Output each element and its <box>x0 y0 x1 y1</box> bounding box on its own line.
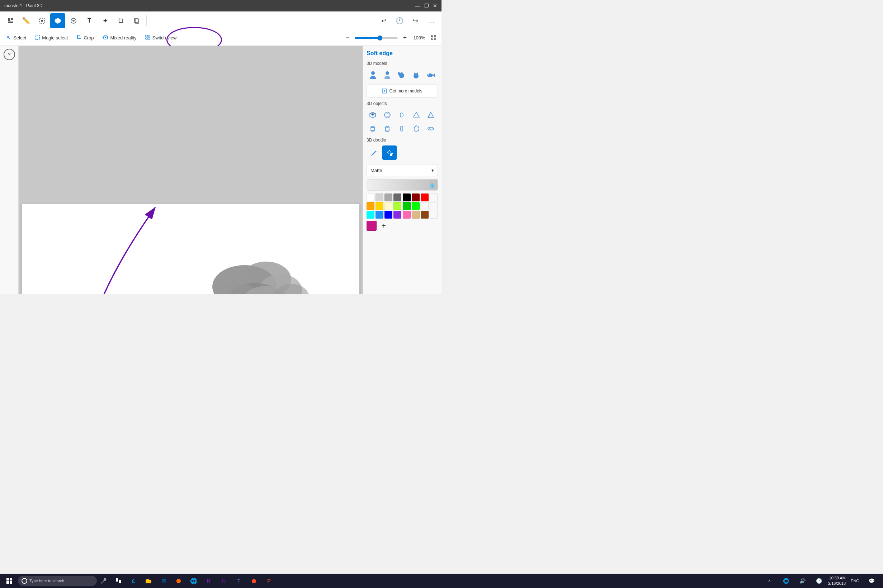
color-brown[interactable] <box>421 211 429 219</box>
svg-point-4 <box>41 20 43 22</box>
material-dropdown[interactable]: Matte ▾ <box>367 164 438 176</box>
crop-subtool-button[interactable]: Crop <box>73 32 97 44</box>
model-cat-button[interactable] <box>409 69 423 82</box>
subtoolbar: ↖ Select Magic select Crop Mixed reality… <box>0 30 441 46</box>
eyedropper-button[interactable]: 💧 <box>427 181 436 189</box>
get-more-label: Get more models <box>389 88 422 93</box>
file-menu-button[interactable] <box>3 13 18 28</box>
color-lightyellow[interactable] <box>385 202 393 210</box>
zoom-slider[interactable] <box>355 37 398 39</box>
color-empty3 <box>430 202 438 210</box>
color-green[interactable] <box>403 202 411 210</box>
crop-sub-icon <box>77 35 81 41</box>
more-options-button[interactable]: … <box>424 13 439 28</box>
color-lightgray[interactable] <box>376 194 384 201</box>
color-preview[interactable]: 💧 <box>367 179 438 190</box>
color-dodgerblue[interactable] <box>376 211 384 219</box>
canvas <box>22 204 360 294</box>
obj-blob-button[interactable] <box>410 123 423 135</box>
models-section-label: 3D models <box>367 61 438 66</box>
doodle-pen-button[interactable] <box>367 146 381 160</box>
effects-button[interactable]: ✦ <box>98 13 113 28</box>
color-cyan[interactable] <box>367 211 375 219</box>
3d-shapes-button[interactable] <box>50 13 65 28</box>
color-red[interactable] <box>421 194 429 201</box>
model-person2-button[interactable] <box>381 69 394 82</box>
svg-rect-19 <box>434 38 436 39</box>
close-button[interactable]: ✕ <box>432 2 439 9</box>
material-label: Matte <box>370 168 382 173</box>
color-orange[interactable] <box>367 202 375 210</box>
redo-button[interactable]: ↪ <box>408 13 423 28</box>
svg-rect-0 <box>8 18 10 21</box>
obj-sphere-button[interactable] <box>381 109 393 121</box>
add-color-button[interactable]: + <box>379 222 388 230</box>
model-fish-button[interactable] <box>424 69 437 82</box>
svg-point-82 <box>388 153 389 154</box>
model-person1-button[interactable] <box>367 69 379 82</box>
obj-hollow-cylinder-button[interactable] <box>381 123 393 135</box>
svg-rect-13 <box>148 35 150 37</box>
minimize-button[interactable]: — <box>414 2 421 9</box>
model-dog-button[interactable] <box>395 69 408 82</box>
color-darkred[interactable] <box>412 194 420 201</box>
obj-cylinder-button[interactable] <box>367 123 379 135</box>
color-gold[interactable] <box>376 202 384 210</box>
color-black[interactable] <box>403 194 411 201</box>
main-toolbar: ✏️ T ✦ ↩ 🕐 ↪ … <box>0 12 441 30</box>
pencil-button[interactable]: ✏️ <box>19 13 34 28</box>
color-gray[interactable] <box>385 194 393 201</box>
doodle-spray-button[interactable] <box>382 146 397 160</box>
svg-point-65 <box>385 114 390 117</box>
panel-title: Soft edge <box>367 50 438 57</box>
history-button[interactable]: 🕐 <box>392 13 407 28</box>
select-button[interactable]: ↖ Select <box>3 32 30 44</box>
svg-point-72 <box>387 127 388 128</box>
paste-button[interactable] <box>129 13 144 28</box>
right-panel: Soft edge 3D models <box>363 46 441 294</box>
color-purple[interactable] <box>393 211 401 219</box>
obj-pyramid-button[interactable] <box>425 109 437 121</box>
magic-select-button[interactable] <box>35 13 50 28</box>
svg-marker-60 <box>417 72 418 74</box>
select-icon: ↖ <box>6 34 11 41</box>
zoom-in-button[interactable]: + <box>400 33 410 43</box>
color-darkgray[interactable] <box>393 194 401 201</box>
zoom-fit-button[interactable] <box>429 33 439 43</box>
magic-select-label: Magic select <box>42 35 68 40</box>
maximize-button[interactable]: ❐ <box>423 2 430 9</box>
color-white[interactable] <box>367 194 375 201</box>
color-blue[interactable] <box>385 211 393 219</box>
main-layout: ? <box>0 46 441 294</box>
color-chartreuse[interactable] <box>393 202 401 210</box>
crop-button[interactable] <box>113 13 128 28</box>
window-controls: — ❐ ✕ <box>414 2 439 9</box>
help-button[interactable]: ? <box>4 49 15 60</box>
custom-color-swatch[interactable] <box>367 221 377 231</box>
color-lime[interactable] <box>412 202 420 210</box>
obj-cone-button[interactable] <box>410 109 423 121</box>
obj-cube-button[interactable] <box>367 109 379 121</box>
objects-section-label: 3D objects <box>367 101 438 106</box>
zoom-slider-thumb <box>377 36 382 40</box>
svg-point-79 <box>389 150 390 151</box>
obj-tube-button[interactable] <box>396 123 408 135</box>
svg-rect-17 <box>434 35 436 36</box>
text-button[interactable]: T <box>82 13 97 28</box>
obj-torus-button[interactable] <box>425 123 437 135</box>
magic-select-subtool-button[interactable]: Magic select <box>31 32 71 44</box>
canvas-area[interactable] <box>19 46 363 294</box>
color-tan[interactable] <box>412 211 420 219</box>
svg-point-54 <box>385 71 389 75</box>
undo-button[interactable]: ↩ <box>376 13 391 28</box>
svg-point-62 <box>428 75 429 76</box>
svg-point-10 <box>103 36 105 38</box>
get-more-models-button[interactable]: Get more models <box>367 85 438 98</box>
select-label: Select <box>13 35 26 40</box>
obj-capsule-button[interactable] <box>396 109 408 121</box>
stickers-button[interactable] <box>66 13 81 28</box>
mixed-reality-button[interactable]: Mixed reality <box>99 32 140 44</box>
switch-view-button[interactable]: Switch view <box>142 32 181 44</box>
color-hotpink[interactable] <box>403 211 411 219</box>
zoom-out-button[interactable]: − <box>343 33 352 43</box>
